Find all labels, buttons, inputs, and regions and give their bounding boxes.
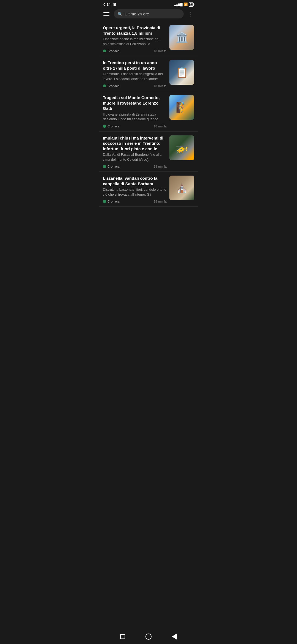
news-title-art1: Opere urgenti, la Provincia di Trento st… [103, 25, 167, 36]
hamburger-line-2 [103, 14, 109, 14]
category-dot-art5 [103, 200, 106, 203]
news-content-art1: Opere urgenti, la Provincia di Trento st… [103, 25, 167, 53]
news-image-art5 [169, 176, 194, 200]
battery-icon: 32 [189, 2, 194, 7]
news-item-art4[interactable]: Impianti chiusi ma interventi di soccors… [99, 132, 198, 172]
news-title-art2: In Trentino persi in un anno oltre 17mil… [103, 60, 167, 71]
news-time-art3: 18 min fa [154, 125, 167, 128]
category-dot-art1 [103, 50, 106, 52]
status-bar: 0:14 🗑 ▂▄▆█ 📶 32 [99, 0, 198, 8]
news-title-art4: Impianti chiusi ma interventi di soccors… [103, 135, 167, 152]
category-label-art5: Cronaca [108, 200, 119, 203]
category-label-art4: Cronaca [108, 165, 119, 168]
news-image-visual-art2 [169, 60, 194, 85]
news-list: Opere urgenti, la Provincia di Trento st… [99, 21, 198, 207]
news-excerpt-art4: Dalla Val di Fassa al Bondone fino alla … [103, 152, 167, 162]
menu-button[interactable] [102, 11, 111, 17]
news-item-art1[interactable]: Opere urgenti, la Provincia di Trento st… [99, 21, 198, 56]
category-dot-art3 [103, 125, 106, 128]
search-icon: 🔍 [118, 12, 122, 16]
news-image-visual-art3 [169, 95, 194, 120]
news-feed: Opere urgenti, la Provincia di Trento st… [99, 21, 198, 223]
news-meta-art5: Cronaca 18 min fa [103, 200, 167, 203]
status-left: 0:14 🗑 [103, 2, 116, 7]
news-excerpt-art1: Finanziate anche la realizzazione del po… [103, 37, 167, 47]
news-item-art2[interactable]: In Trentino persi in un anno oltre 17mil… [99, 56, 198, 91]
category-label-art3: Cronaca [108, 125, 119, 128]
news-image-visual-art4 [169, 135, 194, 160]
news-content-art2: In Trentino persi in un anno oltre 17mil… [103, 60, 167, 88]
hamburger-line-1 [103, 12, 109, 13]
news-image-art2 [169, 60, 194, 85]
news-meta-art3: Cronaca 18 min fa [103, 125, 167, 128]
category-dot-art4 [103, 165, 106, 168]
hamburger-line-3 [103, 15, 109, 16]
news-time-art4: 18 min fa [154, 165, 167, 168]
search-bar[interactable]: 🔍 Ultime 24 ore [114, 9, 184, 18]
category-dot-art2 [103, 84, 106, 87]
category-label-art1: Cronaca [108, 49, 119, 53]
category-label-art2: Cronaca [108, 84, 119, 88]
more-options-button[interactable]: ⋮ [187, 10, 195, 18]
news-image-art1 [169, 25, 194, 50]
top-bar: 🔍 Ultime 24 ore ⋮ [99, 8, 198, 21]
news-title-art5: Lizzanella, vandali contro la cappella d… [103, 176, 167, 186]
news-content-art5: Lizzanella, vandali contro la cappella d… [103, 176, 167, 203]
news-meta-art1: Cronaca 18 min fa [103, 49, 167, 53]
trash-icon: 🗑 [113, 2, 116, 7]
news-time-art5: 18 min fa [154, 200, 167, 203]
news-image-art3 [169, 95, 194, 120]
news-category-art1: Cronaca [103, 49, 119, 53]
news-time-art1: 18 min fa [154, 49, 167, 53]
news-category-art2: Cronaca [103, 84, 119, 88]
news-content-art4: Impianti chiusi ma interventi di soccors… [103, 135, 167, 168]
news-excerpt-art2: Drammatici i dati forniti dall'Agenzia d… [103, 72, 167, 81]
news-title-art3: Tragedia sul Monte Cornetto, muore il ro… [103, 95, 167, 111]
news-category-art5: Cronaca [103, 200, 119, 203]
wifi-icon: 📶 [184, 2, 188, 6]
news-excerpt-art5: Distrutti, a bastonate, fiori, candele e… [103, 187, 167, 197]
news-meta-art2: Cronaca 18 min fa [103, 84, 167, 88]
news-image-visual-art5 [169, 176, 194, 200]
news-time-art2: 18 min fa [154, 84, 167, 88]
news-category-art4: Cronaca [103, 165, 119, 168]
signal-icon: ▂▄▆█ [174, 3, 183, 6]
status-time: 0:14 [103, 2, 111, 7]
news-meta-art4: Cronaca 18 min fa [103, 165, 167, 168]
news-image-art4 [169, 135, 194, 160]
search-placeholder: Ultime 24 ore [125, 12, 149, 16]
news-excerpt-art3: Il giovane alpinista di 29 anni stava ri… [103, 112, 167, 122]
status-right: ▂▄▆█ 📶 32 [174, 2, 194, 7]
news-category-art3: Cronaca [103, 125, 119, 128]
news-item-art3[interactable]: Tragedia sul Monte Cornetto, muore il ro… [99, 91, 198, 132]
news-image-visual-art1 [169, 25, 194, 50]
news-content-art3: Tragedia sul Monte Cornetto, muore il ro… [103, 95, 167, 128]
news-item-art5[interactable]: Lizzanella, vandali contro la cappella d… [99, 172, 198, 207]
